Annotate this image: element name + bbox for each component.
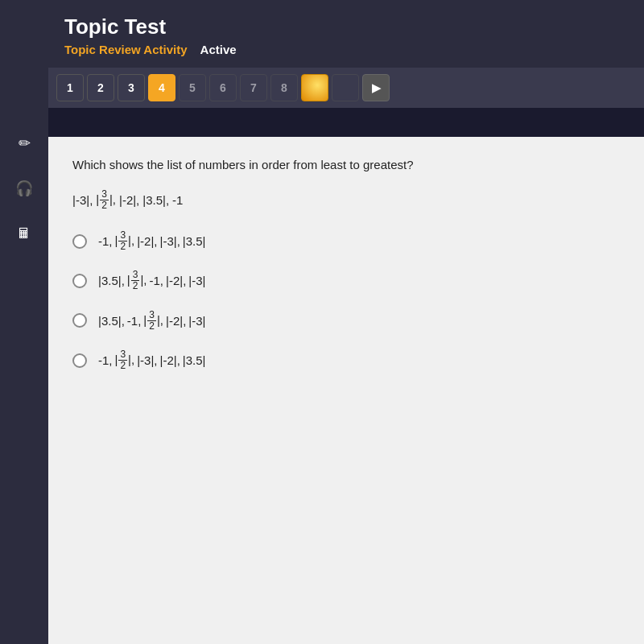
sidebar: ✏ 🎧 🖩 [0,0,48,644]
top-area: Topic Test Topic Review Activity Active … [0,0,644,137]
given-item-3: |-2|, [119,193,139,207]
nav-btn-1[interactable]: 1 [56,74,84,101]
given-list: |-3|, |32|, |-2|, |3.5|, -1 [72,189,620,211]
radio-c[interactable] [72,313,87,328]
given-item-2: |32|, [96,189,116,211]
option-d-text: -1, |32|, |-3|, |-2|, |3.5| [98,349,205,371]
headphone-icon[interactable]: 🎧 [10,174,39,203]
nav-btn-8[interactable]: 8 [270,74,298,101]
nav-btn-7[interactable]: 7 [240,74,267,101]
given-item-1: |-3|, [72,193,93,207]
given-item-5: -1 [172,193,183,207]
option-d[interactable]: -1, |32|, |-3|, |-2|, |3.5| [72,349,620,371]
option-c-text: |3.5|, -1, |32|, |-2|, |-3| [98,310,205,332]
nav-btn-5[interactable]: 5 [179,74,206,101]
given-item-4: |3.5|, [142,193,169,207]
activity-label: Topic Review Activity [64,43,188,56]
options-list: -1, |32|, |-2|, |-3|, |3.5| |3.5|, |32|,… [72,230,620,372]
radio-d[interactable] [72,353,87,368]
option-a[interactable]: -1, |32|, |-2|, |-3|, |3.5| [72,230,620,252]
nav-btn-3[interactable]: 3 [118,74,145,101]
radio-a[interactable] [72,234,87,249]
page-title: Topic Test [64,14,580,39]
subtitle-row: Topic Review Activity Active [64,43,580,56]
nav-btn-9[interactable] [301,74,328,101]
nav-btn-next[interactable]: ▶ [362,74,390,101]
status-badge: Active [200,43,237,56]
pencil-icon[interactable]: ✏ [10,129,39,158]
option-b-text: |3.5|, |32|, -1, |-2|, |-3| [98,270,205,291]
nav-btn-10[interactable] [332,74,359,101]
radio-b[interactable] [72,274,87,288]
nav-bar: 1 2 3 4 5 6 7 8 ▶ [0,68,644,108]
calculator-icon[interactable]: 🖩 [10,219,39,248]
question-text: Which shows the list of numbers in order… [72,156,620,175]
nav-btn-2[interactable]: 2 [87,74,114,101]
option-b[interactable]: |3.5|, |32|, -1, |-2|, |-3| [72,270,620,291]
main-content: Which shows the list of numbers in order… [48,137,644,644]
option-c[interactable]: |3.5|, -1, |32|, |-2|, |-3| [72,310,620,332]
option-a-text: -1, |32|, |-2|, |-3|, |3.5| [98,230,205,252]
question-nav: 1 2 3 4 5 6 7 8 ▶ [56,74,390,101]
nav-btn-4[interactable]: 4 [148,74,175,101]
nav-btn-6[interactable]: 6 [209,74,237,101]
header: Topic Test Topic Review Activity Active [0,0,644,68]
